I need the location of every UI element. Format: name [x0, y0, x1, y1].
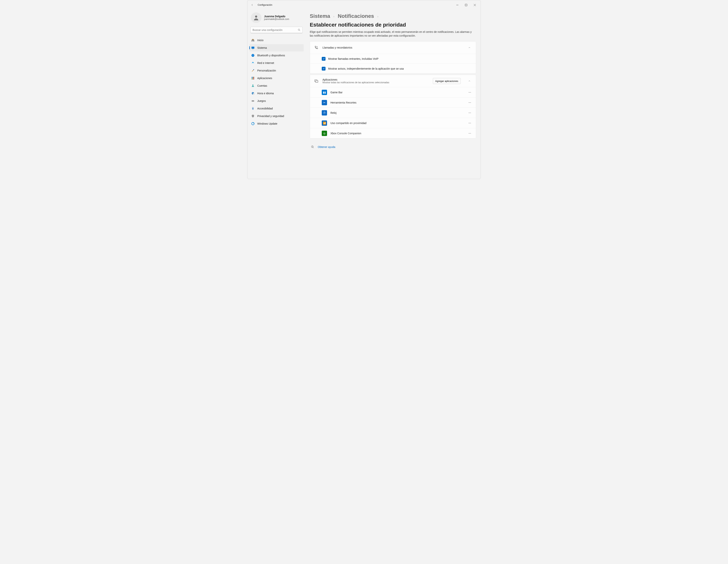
- app-row[interactable]: ✂ Herramienta Recortes: [310, 97, 476, 107]
- chevron-up-icon[interactable]: [466, 78, 473, 84]
- app-name: Uso compartido en proximidad: [330, 121, 366, 125]
- sidebar-item-label: Aplicaciones: [257, 77, 272, 80]
- breadcrumb-system[interactable]: Sistema: [310, 13, 330, 19]
- brush-icon: [251, 69, 255, 72]
- sidebar-item-accessibility[interactable]: Accesibilidad: [249, 105, 304, 112]
- apps-icon: [251, 76, 255, 80]
- sidebar-item-system[interactable]: Sistema: [249, 44, 304, 51]
- chevron-up-icon[interactable]: [466, 44, 473, 51]
- help-icon: [311, 145, 314, 149]
- section-subtitle: Mostrar todas las notificaciones de las …: [322, 81, 389, 84]
- svg-point-28: [470, 102, 470, 103]
- more-button[interactable]: [467, 120, 473, 126]
- breadcrumb-notifications[interactable]: Notificaciones: [338, 13, 374, 19]
- app-row[interactable]: ⏱ Reloj: [310, 107, 476, 118]
- sidebar-item-apps[interactable]: Aplicaciones: [249, 74, 304, 82]
- calls-section-header[interactable]: Llamadas y recordatorios: [310, 42, 476, 54]
- svg-point-35: [471, 123, 471, 123]
- svg-point-34: [470, 123, 470, 123]
- app-row[interactable]: ◎ Xbox Console Companion: [310, 128, 476, 138]
- svg-point-3: [298, 29, 300, 31]
- app-icon: ✂: [322, 100, 327, 105]
- svg-point-38: [471, 133, 471, 133]
- sidebar-item-personalization[interactable]: Personalización: [249, 67, 304, 74]
- app-name: Reloj: [330, 111, 337, 114]
- svg-point-26: [471, 92, 471, 92]
- sidebar-item-label: Windows Update: [257, 122, 277, 125]
- svg-point-20: [253, 107, 253, 108]
- svg-line-4: [300, 30, 300, 31]
- svg-rect-5: [252, 47, 254, 49]
- bluetooth-icon: [251, 54, 255, 57]
- close-button[interactable]: [470, 2, 479, 8]
- sidebar-item-accounts[interactable]: Cuentas: [249, 82, 304, 89]
- account-icon: [251, 84, 255, 87]
- more-button[interactable]: [467, 110, 473, 116]
- sidebar-item-label: Personalización: [257, 69, 276, 72]
- sidebar-item-label: Red e Internet: [257, 61, 274, 64]
- app-row[interactable]: 📶 Uso compartido en proximidad: [310, 118, 476, 128]
- svg-point-32: [471, 113, 471, 113]
- sidebar-item-network[interactable]: Red e Internet: [249, 59, 304, 67]
- sidebar-item-gaming[interactable]: Juegos: [249, 97, 304, 104]
- add-apps-button[interactable]: Agregar aplicaciones: [433, 78, 461, 84]
- chevron-right-icon: [377, 14, 379, 19]
- get-help-link[interactable]: Obtener ayuda: [318, 145, 335, 148]
- minimize-button[interactable]: [453, 2, 462, 8]
- svg-rect-10: [253, 77, 254, 78]
- app-name: Game Bar: [330, 91, 343, 94]
- home-icon: [251, 38, 255, 42]
- checkbox-checked-icon[interactable]: [322, 67, 326, 71]
- option-incoming-calls[interactable]: Mostrar llamadas entrantes, incluidas Vo…: [310, 54, 476, 63]
- app-name: Xbox Console Companion: [330, 132, 361, 135]
- more-button[interactable]: [467, 130, 473, 136]
- phone-icon: [314, 45, 318, 50]
- profile-name: Juanma Delgado: [264, 15, 289, 18]
- user-profile[interactable]: Juanma Delgado juanmatek@outlook.com: [249, 10, 304, 27]
- app-name: Herramienta Recortes: [330, 101, 356, 104]
- sidebar-item-bluetooth[interactable]: Bluetooth y dispositivos: [249, 52, 304, 59]
- sidebar-item-home[interactable]: Inicio: [249, 37, 304, 44]
- app-icon: ⏱: [322, 110, 327, 115]
- svg-point-36: [469, 133, 469, 133]
- sidebar-item-privacy[interactable]: Privacidad y seguridad: [249, 112, 304, 120]
- svg-rect-11: [252, 78, 253, 79]
- maximize-button[interactable]: [462, 2, 470, 8]
- svg-rect-12: [253, 78, 254, 79]
- more-button[interactable]: [467, 100, 473, 106]
- breadcrumb: Sistema Notificaciones Establecer notifi…: [310, 13, 476, 28]
- clock-globe-icon: [251, 92, 255, 95]
- svg-point-18: [252, 101, 253, 101]
- svg-point-37: [470, 133, 470, 133]
- sidebar-item-label: Inicio: [257, 39, 264, 42]
- accessibility-icon: [251, 107, 255, 110]
- search-icon: [298, 28, 301, 31]
- svg-point-25: [470, 92, 470, 92]
- apps-section-header[interactable]: Aplicaciones Mostrar todas las notificac…: [310, 75, 476, 87]
- app-icon: 📶: [322, 120, 327, 126]
- system-icon: [251, 46, 255, 49]
- sidebar-item-label: Sistema: [257, 46, 267, 49]
- profile-email: juanmatek@outlook.com: [264, 18, 289, 20]
- svg-point-29: [471, 102, 471, 103]
- svg-point-33: [469, 123, 469, 123]
- section-title: Llamadas y recordatorios: [322, 46, 352, 49]
- shield-icon: [251, 114, 255, 118]
- sidebar-item-time-language[interactable]: Hora e idioma: [249, 90, 304, 97]
- avatar: [251, 12, 261, 23]
- page-subtitle: Elige qué notificaciones se permiten mie…: [310, 30, 475, 38]
- option-label: Mostrar llamadas entrantes, incluidas Vo…: [328, 57, 378, 60]
- search-input[interactable]: [250, 27, 303, 33]
- app-row[interactable]: ▮▮ Game Bar: [310, 87, 476, 97]
- back-button[interactable]: [249, 1, 257, 9]
- checkbox-checked-icon[interactable]: [322, 57, 326, 61]
- sidebar-item-label: Bluetooth y dispositivos: [257, 54, 285, 57]
- app-icon: ◎: [322, 131, 327, 136]
- svg-point-31: [470, 113, 470, 113]
- sidebar-item-update[interactable]: Windows Update: [249, 120, 304, 127]
- chevron-right-icon: [333, 14, 335, 19]
- option-label: Mostrar avisos, independientemente de la…: [328, 67, 404, 70]
- more-button[interactable]: [467, 89, 473, 95]
- page-title: Establecer notificaciones de prioridad: [310, 22, 406, 28]
- option-reminders[interactable]: Mostrar avisos, independientemente de la…: [310, 63, 476, 73]
